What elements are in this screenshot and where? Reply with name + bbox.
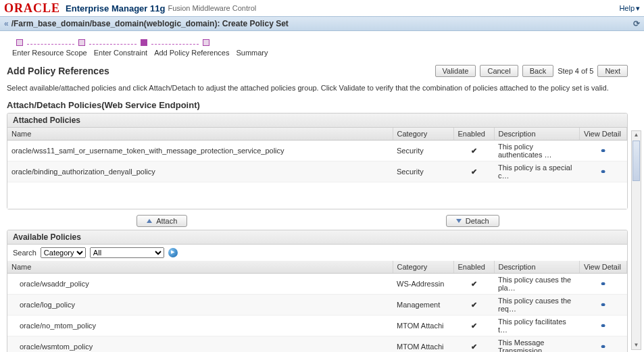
enabled-check-icon: ✔: [453, 161, 494, 182]
wizard-step-1[interactable]: Enter Resource Scope: [12, 49, 87, 57]
attach-detach-heading: Attach/Detach Policies(Web Service Endpo…: [7, 100, 628, 110]
col-enabled[interactable]: Enabled: [453, 261, 494, 274]
page-titlebar: Add Policy References Validate Cancel Ba…: [7, 65, 628, 77]
view-detail-icon[interactable]: ⚭: [600, 343, 606, 351]
attach-label: Attach: [156, 217, 177, 225]
view-detail-icon[interactable]: ⚭: [600, 147, 606, 155]
available-policies-header: Available Policies: [7, 230, 627, 245]
vertical-scrollbar[interactable]: ▲ ▼: [631, 130, 641, 350]
policy-name: oracle/binding_authorization_denyall_pol…: [7, 161, 393, 182]
step-indicator: Step 4 of 5: [558, 67, 593, 75]
policy-description: This policy causes the req…: [494, 295, 580, 316]
policy-name: oracle/wsmtom_policy: [7, 336, 393, 353]
available-policies-table: Name Category Enabled Description View D…: [7, 261, 627, 352]
policy-category: Security: [393, 141, 453, 161]
search-value-select[interactable]: All: [90, 247, 164, 258]
cancel-button[interactable]: Cancel: [480, 65, 518, 77]
app-header: ORACLE Enterprise Manager 11g Fusion Mid…: [0, 0, 644, 16]
table-row[interactable]: oracle/wsaddr_policy WS-Addressin ✔ This…: [7, 274, 627, 295]
next-button[interactable]: Next: [597, 65, 628, 77]
policy-description: This policy facilitates t…: [494, 316, 580, 336]
attached-policies-header: Attached Policies: [7, 114, 627, 128]
policy-description: This policy is a special c…: [494, 161, 580, 182]
breadcrumb-path: /Farm_base_domain/base_domain(weblogic_d…: [11, 19, 289, 28]
policy-description: This Message Transmission …: [494, 336, 580, 353]
table-row[interactable]: oracle/wsmtom_policy MTOM Attachi ✔ This…: [7, 336, 627, 353]
arrow-up-icon: [147, 219, 152, 223]
search-bar: Search Category All: [7, 245, 627, 261]
detach-label: Detach: [466, 217, 489, 225]
instruction-text: Select available/attached policies and c…: [7, 84, 628, 92]
col-category[interactable]: Category: [393, 128, 453, 141]
attached-policies-table: Name Category Enabled Description View D…: [7, 128, 627, 182]
search-field-select[interactable]: Category: [41, 247, 86, 258]
scroll-down-icon[interactable]: ▼: [632, 341, 641, 349]
attach-detach-row: Attach Detach: [7, 212, 628, 230]
dropdown-icon: ▾: [636, 4, 640, 13]
policy-category: Management: [393, 295, 453, 316]
scroll-up-icon[interactable]: ▲: [632, 131, 641, 139]
table-row[interactable]: oracle/wss11_saml_or_username_token_with…: [7, 141, 627, 161]
attached-policies-panel: Attached Policies Name Category Enabled …: [7, 113, 628, 209]
back-icon[interactable]: «: [4, 19, 9, 28]
col-view-detail[interactable]: View Detail: [580, 261, 627, 274]
search-label: Search: [13, 249, 36, 257]
wizard-box-1: [16, 39, 23, 46]
search-go-icon[interactable]: [168, 248, 178, 257]
refresh-icon[interactable]: ⟳: [633, 19, 640, 28]
wizard-box-2: [78, 39, 85, 46]
policy-name: oracle/log_policy: [7, 295, 393, 316]
page-title: Add Policy References: [7, 66, 109, 76]
wizard-step-2[interactable]: Enter Constraint: [94, 49, 147, 57]
breadcrumb-bar: « /Farm_base_domain/base_domain(weblogic…: [0, 16, 644, 31]
arrow-down-icon: [456, 219, 462, 223]
view-detail-icon[interactable]: ⚭: [600, 280, 606, 288]
enabled-check-icon: ✔: [453, 336, 494, 353]
enabled-check-icon: ✔: [453, 316, 494, 336]
enabled-check-icon: ✔: [453, 274, 494, 295]
attach-button[interactable]: Attach: [137, 215, 187, 227]
col-view-detail[interactable]: View Detail: [580, 128, 627, 141]
policy-name: oracle/wss11_saml_or_username_token_with…: [7, 141, 393, 161]
wizard-box-4: [203, 39, 209, 46]
product-name: Enterprise Manager 11g: [66, 3, 165, 14]
col-name[interactable]: Name: [7, 261, 393, 274]
policy-category: MTOM Attachi: [393, 316, 453, 336]
policy-category: Security: [393, 161, 453, 182]
policy-description: This policy causes the pla…: [494, 274, 580, 295]
validate-button[interactable]: Validate: [435, 65, 476, 77]
wizard-step-4[interactable]: Summary: [236, 49, 268, 57]
enabled-check-icon: ✔: [453, 295, 494, 316]
col-name[interactable]: Name: [7, 128, 393, 141]
view-detail-icon[interactable]: ⚭: [600, 301, 606, 309]
view-detail-icon[interactable]: ⚭: [600, 322, 606, 330]
oracle-logo: ORACLE: [4, 1, 60, 16]
view-detail-icon[interactable]: ⚭: [600, 168, 606, 176]
back-button[interactable]: Back: [522, 65, 553, 77]
help-menu[interactable]: Help ▾: [619, 4, 640, 13]
available-policies-panel: Available Policies Search Category All N…: [7, 230, 628, 352]
col-category[interactable]: Category: [393, 261, 453, 274]
table-row[interactable]: oracle/log_policy Management ✔ This poli…: [7, 295, 627, 316]
product-subtitle: Fusion Middleware Control: [168, 4, 256, 12]
table-row[interactable]: oracle/binding_authorization_denyall_pol…: [7, 161, 627, 182]
policy-category: MTOM Attachi: [393, 336, 453, 353]
wizard-box-3: [141, 39, 147, 46]
wizard-train: Enter Resource Scope Enter Constraint Ad…: [0, 31, 644, 61]
enabled-check-icon: ✔: [453, 141, 494, 161]
col-description[interactable]: Description: [494, 261, 580, 274]
wizard-step-3[interactable]: Add Policy References: [154, 49, 229, 57]
help-label: Help: [619, 4, 635, 12]
detach-button[interactable]: Detach: [446, 215, 499, 227]
policy-category: WS-Addressin: [393, 274, 453, 295]
policy-name: oracle/wsaddr_policy: [7, 274, 393, 295]
scroll-thumb[interactable]: [633, 141, 640, 181]
table-row[interactable]: oracle/no_mtom_policy MTOM Attachi ✔ Thi…: [7, 316, 627, 336]
policy-name: oracle/no_mtom_policy: [7, 316, 393, 336]
col-enabled[interactable]: Enabled: [453, 128, 494, 141]
col-description[interactable]: Description: [494, 128, 580, 141]
policy-description: This policy authenticates …: [494, 141, 580, 161]
